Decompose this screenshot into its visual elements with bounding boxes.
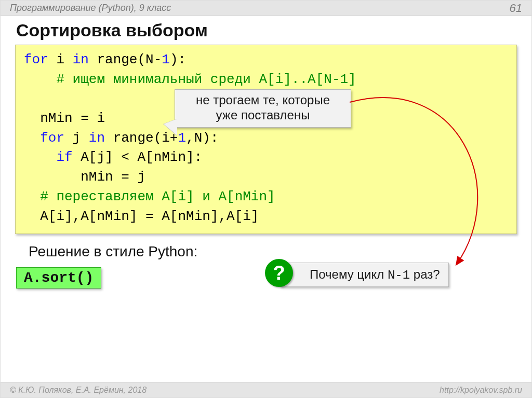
python-style-caption: Решение в стиле Python:: [1, 234, 531, 263]
question-text-post: раз?: [410, 267, 440, 281]
question-callout: ? Почему цикл N-1 раз?: [280, 263, 449, 287]
footer-url: http://kpolyakov.spb.ru: [440, 386, 522, 395]
copyright: © К.Ю. Поляков, Е.А. Ерёмин, 2018: [10, 386, 147, 395]
question-badge-icon: ?: [265, 259, 293, 287]
slide-title: Сортировка выбором: [1, 16, 531, 45]
question-text-pre: Почему цикл: [310, 267, 388, 281]
sort-code: A.sort(): [16, 267, 101, 289]
callout-note: не трогаем те, которые уже поставлены: [175, 89, 351, 128]
callout-line2: уже поставлены: [184, 108, 341, 123]
slide-header: Программирование (Python), 9 класс 61: [1, 1, 531, 16]
code-block: for i in range(N-1): # ищем минимальный …: [15, 45, 517, 234]
code-content: for i in range(N-1): # ищем минимальный …: [24, 50, 508, 226]
page-number: 61: [510, 2, 522, 15]
course-name: Программирование (Python), 9 класс: [10, 3, 171, 13]
callout-line1: не трогаем те, которые: [184, 93, 341, 108]
question-mono: N-1: [388, 268, 410, 282]
slide-footer: © К.Ю. Поляков, Е.А. Ерёмин, 2018 http:/…: [1, 382, 531, 397]
